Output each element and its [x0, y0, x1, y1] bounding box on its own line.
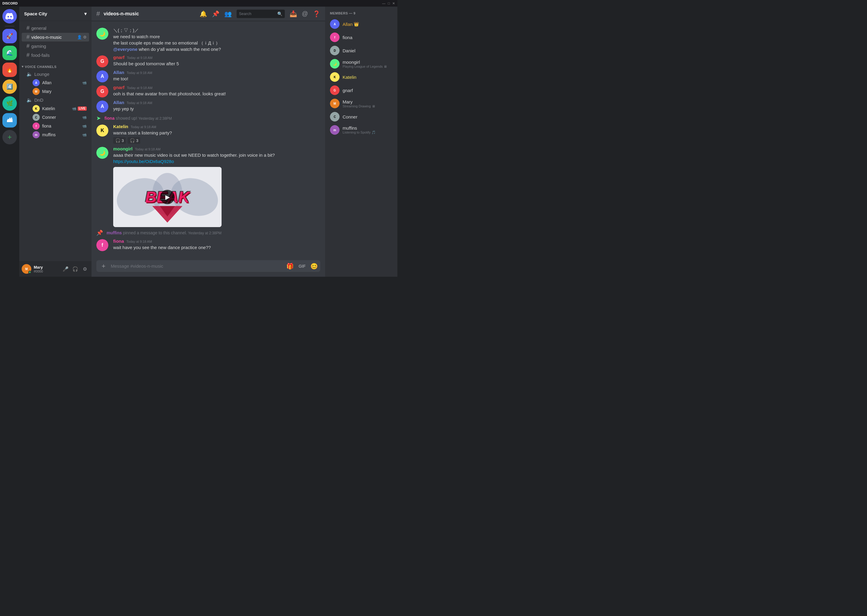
- msg-avatar-allan-2: A: [96, 101, 109, 113]
- search-icon: 🔍: [277, 11, 282, 16]
- channel-item-food-fails[interactable]: # food-fails: [22, 51, 89, 60]
- member-item-moongirl[interactable]: 🌙 moongirl Playing League of Legends 🖥: [328, 57, 395, 71]
- msg-avatar-fiona: f: [96, 239, 109, 251]
- voice-member-icons-muffins: 📹: [82, 133, 87, 137]
- voice-channel-dnd[interactable]: 🔈 DnD: [22, 96, 89, 104]
- member-item-conner[interactable]: C Conner: [328, 110, 395, 123]
- add-server-button[interactable]: +: [2, 130, 17, 145]
- msg-author-moongirl-2[interactable]: moongirl: [113, 146, 132, 151]
- help-icon[interactable]: ❓: [313, 10, 320, 17]
- member-item-allan[interactable]: A Allan 👑: [328, 17, 395, 31]
- msg-timestamp-gnarf-2: Today at 9:18 AM: [127, 86, 153, 90]
- video-embed[interactable]: BEAK ▶: [113, 167, 222, 227]
- voice-member-katelin[interactable]: K Katelin 📹 LIVE: [22, 104, 89, 113]
- mute-button[interactable]: 🎤: [61, 265, 70, 273]
- member-name-gnarf: gnarf: [342, 88, 353, 93]
- msg-author-gnarf-2[interactable]: gnarf: [113, 85, 125, 90]
- deafen-button[interactable]: 🎧: [71, 265, 79, 273]
- titlebar: DISCORD — □ ✕: [0, 0, 397, 6]
- member-item-fiona[interactable]: f fiona: [328, 31, 395, 44]
- message-group-fiona: f fiona Today at 9:18 AM wait have you s…: [91, 237, 325, 252]
- member-avatar-daniel: D: [330, 46, 340, 55]
- mention-icon[interactable]: @: [302, 10, 308, 17]
- server-icon-home[interactable]: [2, 9, 17, 24]
- msg-author-allan-1[interactable]: Allan: [113, 70, 125, 75]
- play-button[interactable]: ▶: [160, 190, 175, 204]
- member-avatar-fiona-sidebar: f: [330, 33, 340, 42]
- user-settings-button[interactable]: ⚙: [81, 265, 89, 273]
- server-icon-4[interactable]: 4️⃣: [2, 79, 17, 94]
- crown-icon-allan: 👑: [354, 22, 359, 27]
- msg-timestamp-gnarf-1: Today at 9:18 AM: [127, 56, 153, 60]
- server-header[interactable]: Space City ▾: [19, 6, 91, 21]
- inbox-icon[interactable]: 📥: [290, 10, 297, 17]
- channel-item-gaming[interactable]: # gaming: [22, 42, 89, 50]
- reaction-headphones-2[interactable]: 🎧 3: [128, 137, 140, 144]
- user-area: M Mary #0000 🎤 🎧 ⚙: [19, 261, 91, 277]
- channel-item-general[interactable]: # general: [22, 24, 89, 33]
- search-box[interactable]: 🔍: [236, 9, 285, 18]
- message-input[interactable]: [111, 260, 284, 272]
- hash-icon: #: [27, 34, 30, 40]
- member-avatar-moongirl-sidebar: 🌙: [330, 59, 340, 69]
- gift-icon[interactable]: 🎁: [286, 262, 294, 270]
- voice-member-allan[interactable]: A Allan 📹: [22, 79, 89, 87]
- window-controls[interactable]: — □ ✕: [382, 2, 395, 5]
- msg-author-fiona[interactable]: fiona: [113, 239, 124, 244]
- voice-member-muffins[interactable]: m muffins 📹: [22, 130, 89, 139]
- speaker-icon: 🔈: [27, 71, 33, 77]
- search-input[interactable]: [239, 11, 275, 16]
- voice-member-conner[interactable]: C Conner 📹: [22, 113, 89, 121]
- maximize-btn[interactable]: □: [388, 2, 390, 5]
- member-item-muffins[interactable]: m muffins Listening to Spotify 🎵: [328, 123, 395, 137]
- notifications-icon[interactable]: 🔔: [200, 10, 207, 17]
- user-status-dot: [28, 271, 31, 274]
- add-attachment-button[interactable]: +: [99, 261, 109, 271]
- channel-header-name: videos-n-music: [104, 11, 139, 17]
- msg-timestamp-katelin: Today at 9:18 AM: [131, 125, 156, 129]
- member-item-mary-sidebar[interactable]: M Mary Streaming Drawing 🖥: [328, 97, 395, 110]
- minimize-btn[interactable]: —: [382, 2, 385, 5]
- voice-member-mary[interactable]: M Mary: [22, 87, 89, 96]
- member-avatar-muffins: m: [33, 131, 40, 138]
- member-avatar-katelin: K: [33, 105, 40, 112]
- voice-channel-lounge[interactable]: 🔈 Lounge: [22, 70, 89, 78]
- reaction-headphones-1[interactable]: 🎧 3: [113, 137, 126, 144]
- member-activity-muffins: Listening to Spotify 🎵: [342, 130, 376, 134]
- channel-item-videos-n-music[interactable]: # videos-n-music 👤 ⚙: [22, 33, 89, 41]
- close-btn[interactable]: ✕: [392, 2, 395, 5]
- system-message-muffins: 📌 muffins pinned a message to this chann…: [91, 228, 325, 237]
- server-icon-5[interactable]: 🌿: [2, 96, 17, 111]
- live-badge-katelin: LIVE: [78, 107, 87, 111]
- play-icon: ▶: [165, 193, 170, 201]
- member-info-moongirl: moongirl Playing League of Legends 🖥: [342, 60, 387, 68]
- system-action-fiona: showed up!: [116, 116, 137, 121]
- msg-avatar-moongirl-2: 🌙: [96, 147, 109, 159]
- voice-member-fiona[interactable]: f fiona 📹: [22, 122, 89, 130]
- members-icon[interactable]: 👥: [224, 10, 232, 17]
- category-collapse-icon[interactable]: ▾: [22, 64, 24, 69]
- channel-name-food-fails: food-fails: [31, 53, 50, 58]
- member-item-daniel[interactable]: D Daniel: [328, 44, 395, 57]
- server-icon-1[interactable]: 🚀: [2, 29, 17, 43]
- member-item-katelin-sidebar[interactable]: K Katelin: [328, 71, 395, 83]
- server-icon-space-city[interactable]: 🏙: [2, 113, 17, 127]
- msg-author-gnarf-1[interactable]: gnarf: [113, 55, 125, 60]
- msg-author-allan-2[interactable]: Allan: [113, 100, 125, 105]
- member-item-gnarf[interactable]: G gnarf: [328, 83, 395, 97]
- youtube-link[interactable]: https://youtu.be/OiDx6aQ928o: [113, 159, 174, 164]
- add-member-icon[interactable]: 👤: [77, 35, 82, 39]
- voice-member-icons-fiona: 📹: [82, 124, 87, 128]
- msg-author-katelin[interactable]: Katelin: [113, 124, 128, 129]
- member-avatar-gnarf-sidebar: G: [330, 85, 340, 95]
- pin-icon[interactable]: 📌: [212, 10, 219, 17]
- server-icon-2[interactable]: 🌊: [2, 46, 17, 60]
- server-icon-3[interactable]: 🔥: [2, 63, 17, 77]
- system-author-muffins[interactable]: muffins: [107, 230, 122, 235]
- gif-icon[interactable]: GIF: [298, 263, 307, 269]
- system-text-muffins: muffins pinned a message to this channel…: [107, 230, 222, 235]
- emoji-icon[interactable]: 😊: [311, 262, 318, 270]
- settings-icon[interactable]: ⚙: [83, 35, 87, 39]
- server-dropdown-icon[interactable]: ▾: [84, 11, 87, 17]
- system-author-fiona[interactable]: fiona: [104, 116, 114, 121]
